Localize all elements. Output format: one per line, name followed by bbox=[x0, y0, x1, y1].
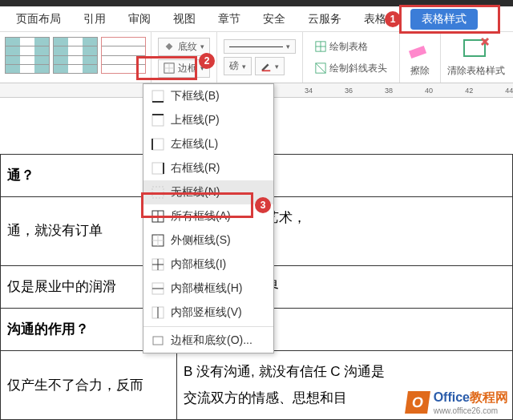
line-style-selector[interactable]: ▾ bbox=[224, 39, 296, 54]
dd-border-top[interactable]: 上框线(P) bbox=[143, 108, 273, 132]
chevron-down-icon: ▾ bbox=[275, 63, 279, 71]
svg-line-8 bbox=[316, 63, 325, 73]
table-cell[interactable]: 仅产生不了合力，反而 bbox=[1, 351, 177, 420]
line-color-selector[interactable]: ▾ bbox=[255, 57, 285, 75]
diagonal-icon bbox=[315, 63, 326, 74]
dd-border-inside-v[interactable]: 内部竖框线(V) bbox=[143, 301, 273, 325]
svg-rect-35 bbox=[153, 337, 163, 345]
draw-table-icon bbox=[315, 41, 326, 52]
border-bottom-icon bbox=[151, 90, 164, 103]
border-left-icon bbox=[151, 138, 164, 151]
svg-rect-10 bbox=[464, 40, 485, 56]
chevron-down-icon: ▾ bbox=[200, 42, 204, 50]
draw-diagonal-button[interactable]: 绘制斜线表头 bbox=[309, 59, 393, 78]
clear-style-icon[interactable] bbox=[463, 37, 490, 61]
eraser-label: 擦除 bbox=[410, 64, 430, 78]
border-inside-icon bbox=[151, 258, 164, 271]
dd-border-bottom[interactable]: 下框线(B) bbox=[143, 84, 273, 108]
svg-rect-19 bbox=[152, 163, 164, 174]
svg-rect-13 bbox=[152, 91, 164, 102]
menubar: 页面布局 引用 审阅 视图 章节 安全 云服务 表格工 表格样式 bbox=[0, 6, 513, 32]
chevron-down-icon: ▾ bbox=[286, 42, 290, 50]
dd-border-outside[interactable]: 外侧框线(S) bbox=[143, 228, 273, 252]
border-top-icon bbox=[151, 114, 164, 127]
dd-border-inside[interactable]: 内部框线(I) bbox=[143, 252, 273, 277]
line-weight-selector[interactable]: 磅 ▾ bbox=[224, 57, 252, 75]
border-inside-v-icon bbox=[151, 306, 164, 319]
callout-2: 2 bbox=[199, 53, 215, 69]
border-label: 边框 bbox=[178, 62, 197, 75]
border-outside-icon bbox=[151, 234, 164, 247]
border-right-icon bbox=[151, 162, 164, 175]
draw-table-label: 绘制表格 bbox=[329, 40, 368, 54]
svg-rect-9 bbox=[409, 46, 426, 59]
draw-table-button[interactable]: 绘制表格 bbox=[309, 38, 393, 56]
border-icon bbox=[164, 63, 175, 74]
bucket-icon bbox=[164, 41, 175, 52]
style-thumb[interactable] bbox=[5, 37, 50, 74]
dd-border-right[interactable]: 右框线(R) bbox=[143, 156, 273, 180]
watermark: O Office教程网 www.office26.com bbox=[406, 390, 508, 415]
callout-3: 3 bbox=[255, 197, 271, 213]
menu-review[interactable]: 审阅 bbox=[119, 9, 160, 30]
tab-table-style[interactable]: 表格样式 bbox=[410, 9, 478, 30]
dd-border-dialog[interactable]: 边框和底纹(O)... bbox=[143, 329, 273, 353]
border-dropdown: 下框线(B) 上框线(P) 左框线(L) 右框线(R) 无框线(N) 所有框线(… bbox=[143, 83, 274, 353]
clear-style-label: 清除表格样式 bbox=[447, 64, 505, 78]
menu-cloud[interactable]: 云服务 bbox=[298, 9, 351, 30]
svg-rect-15 bbox=[152, 115, 164, 126]
dd-border-all[interactable]: 所有框线(A) bbox=[143, 204, 273, 228]
chevron-down-icon: ▾ bbox=[242, 63, 246, 71]
ribbon: 底纹 ▾ 边框 ▾ ▾ 磅 ▾ ▾ 绘制表格 bbox=[0, 32, 513, 83]
shading-button[interactable]: 底纹 ▾ bbox=[158, 38, 210, 56]
border-inside-h-icon bbox=[151, 282, 164, 295]
style-thumb[interactable] bbox=[101, 37, 146, 74]
border-none-icon bbox=[151, 186, 164, 199]
svg-rect-17 bbox=[152, 139, 164, 150]
menu-references[interactable]: 引用 bbox=[74, 9, 115, 30]
border-all-icon bbox=[151, 210, 164, 223]
shading-label: 底纹 bbox=[178, 40, 197, 54]
dd-border-inside-h[interactable]: 内部横框线(H) bbox=[143, 277, 273, 301]
dd-border-none[interactable]: 无框线(N) bbox=[143, 180, 273, 204]
svg-rect-3 bbox=[262, 70, 271, 71]
callout-1: 1 bbox=[385, 11, 401, 27]
draw-diag-label: 绘制斜线表头 bbox=[329, 62, 387, 75]
menu-page-layout[interactable]: 页面布局 bbox=[6, 9, 71, 30]
pen-icon bbox=[261, 61, 272, 72]
svg-rect-21 bbox=[152, 187, 164, 198]
style-thumb[interactable] bbox=[53, 37, 98, 74]
border-dialog-icon bbox=[151, 334, 164, 347]
menu-security[interactable]: 安全 bbox=[253, 9, 295, 30]
watermark-logo-icon: O bbox=[405, 391, 430, 414]
menu-view[interactable]: 视图 bbox=[164, 9, 205, 30]
menu-chapter[interactable]: 章节 bbox=[208, 9, 250, 30]
dd-border-left[interactable]: 左框线(L) bbox=[143, 132, 273, 156]
eraser-icon[interactable] bbox=[406, 37, 434, 61]
table-styles-gallery[interactable] bbox=[0, 32, 151, 83]
weight-label: 磅 bbox=[229, 59, 239, 73]
